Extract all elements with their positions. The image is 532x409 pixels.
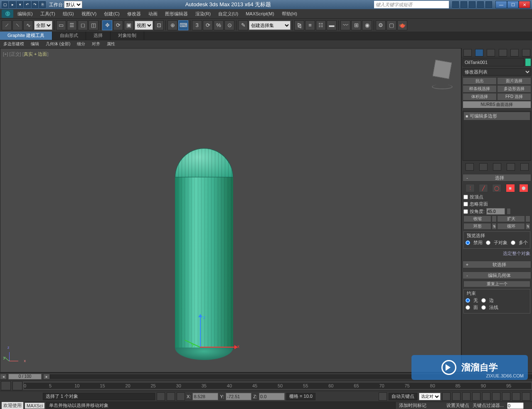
render-icon[interactable]: 🫖: [397, 20, 407, 30]
angle-input[interactable]: [486, 208, 505, 215]
stack-show-icon[interactable]: [479, 163, 488, 171]
mod-btn-polysel[interactable]: 多边形选择: [497, 85, 531, 93]
rad-disable[interactable]: [466, 240, 470, 245]
ribbon-sub-subdivision[interactable]: 细分: [74, 40, 89, 48]
menu-edit[interactable]: 编辑(E): [14, 10, 36, 18]
selset-dropdown[interactable]: 选定对: [419, 393, 441, 400]
nav-zoom-icon[interactable]: [492, 392, 500, 401]
utilities-tab-icon[interactable]: [522, 49, 530, 56]
qat-new-icon[interactable]: ▢: [2, 1, 8, 8]
subobj-vertex-icon[interactable]: ⋮: [466, 184, 475, 192]
workspace-dropdown[interactable]: 默认: [64, 1, 82, 8]
menu-customize[interactable]: 自定义(U): [215, 10, 241, 18]
refcoord-dropdown[interactable]: 视图: [135, 21, 153, 30]
rotate-icon[interactable]: ⟳: [113, 20, 123, 30]
modify-tab-icon[interactable]: [475, 49, 483, 56]
timeslider-next[interactable]: ▸: [43, 374, 50, 380]
ribbon-tab-freeform[interactable]: 自由形式: [52, 32, 86, 40]
rad-none[interactable]: [466, 298, 470, 303]
modifier-list-dropdown[interactable]: 修改器列表: [463, 68, 531, 76]
loop-spinner[interactable]: ⇅: [525, 223, 530, 230]
nav-zoomall-icon[interactable]: [502, 392, 510, 401]
coord-z-input[interactable]: [259, 393, 285, 400]
menu-help[interactable]: 帮助(H): [278, 10, 300, 18]
addtime-label[interactable]: 添加时间标记: [399, 402, 426, 409]
welcome-label[interactable]: 欢迎使用: [2, 402, 23, 409]
mod-btn-patchsel[interactable]: 面片选择: [497, 77, 531, 85]
subobj-element-icon[interactable]: ⬢: [519, 184, 528, 192]
menu-modifier[interactable]: 修改器: [124, 10, 144, 18]
trackbar-toggle-icon[interactable]: [1, 381, 11, 390]
ribbon-sub-geometry[interactable]: 几何体 (全部): [42, 40, 74, 48]
btn-grow[interactable]: 扩大: [497, 216, 525, 222]
mod-btn-volsel[interactable]: 体积选择: [463, 93, 497, 100]
coord-display-icon[interactable]: [177, 392, 185, 401]
autokey-label[interactable]: 自动关键点: [389, 393, 417, 400]
material-editor-icon[interactable]: ◉: [362, 20, 372, 30]
viewport-object-oiltank[interactable]: [175, 148, 233, 360]
viewcube-cube-icon[interactable]: [433, 60, 452, 79]
snap-percent-icon[interactable]: %: [214, 20, 224, 30]
menu-group[interactable]: 组(G): [59, 10, 77, 18]
mirror-icon[interactable]: ⧎: [294, 20, 304, 30]
hierarchy-tab-icon[interactable]: [487, 49, 495, 56]
mod-btn-nurbs[interactable]: NURBS 曲面选择: [463, 101, 531, 108]
nav-zoomext-icon[interactable]: [512, 392, 520, 401]
ring-spinner[interactable]: ⇅: [492, 223, 497, 230]
nav-fov-icon[interactable]: [522, 392, 530, 401]
btn-repeat[interactable]: 重复上一个: [463, 281, 530, 287]
ribbon-sub-polymodel[interactable]: 多边形建模: [0, 40, 27, 48]
play-end-icon[interactable]: [482, 392, 490, 401]
schematic-icon[interactable]: ⊞: [351, 20, 361, 30]
search-input[interactable]: 键入关键字或短语: [374, 1, 449, 8]
qat-open-icon[interactable]: ▸: [9, 1, 16, 8]
mod-btn-splinesel[interactable]: 样条线选择: [463, 85, 497, 93]
viewcube[interactable]: [430, 61, 455, 86]
maximize-button[interactable]: ☐: [507, 1, 519, 8]
ribbon-sub-properties[interactable]: 属性: [103, 40, 118, 48]
bind-icon[interactable]: ∿: [23, 20, 33, 30]
menu-create[interactable]: 创建(C): [101, 10, 123, 18]
viewport[interactable]: [+] [正交] [真实 + 边面] z x y z x y: [0, 48, 461, 372]
select-name-icon[interactable]: ☰: [67, 20, 77, 30]
btn-shrink[interactable]: 收缩: [463, 216, 491, 222]
namedset-edit-icon[interactable]: ✎: [238, 20, 248, 30]
motion-tab-icon[interactable]: [499, 49, 507, 56]
app-logo-icon[interactable]: Ⓢ: [2, 10, 13, 18]
snap-3d-icon[interactable]: 3: [192, 20, 202, 30]
keyboard-shortcut-icon[interactable]: ⌨: [178, 20, 188, 30]
rad-face[interactable]: [466, 305, 470, 310]
namedset-dropdown[interactable]: 创建选择集: [249, 21, 291, 30]
stack-pin-icon[interactable]: [466, 163, 474, 171]
stack-item-editpoly[interactable]: ■ 可编辑多边形: [464, 112, 530, 120]
menu-grapheditor[interactable]: 图形编辑器: [162, 10, 191, 18]
chk-byangle[interactable]: [463, 209, 468, 214]
trackbar-key-icon[interactable]: [12, 381, 22, 390]
rad-subobj[interactable]: [486, 240, 490, 245]
display-tab-icon[interactable]: [510, 49, 519, 56]
isolate-icon[interactable]: [167, 392, 175, 401]
maxscript-label[interactable]: MAXSci: [25, 403, 44, 409]
ribbon-tab-selection[interactable]: 选择: [86, 32, 111, 40]
stack-unique-icon[interactable]: [493, 163, 501, 171]
play-next-icon[interactable]: [472, 392, 480, 401]
rad-normal[interactable]: [481, 305, 486, 310]
close-button[interactable]: ✕: [519, 1, 530, 8]
ribbon-toggle-icon[interactable]: ▬: [327, 20, 337, 30]
ribbon-sub-align[interactable]: 对齐: [89, 40, 103, 48]
stack-remove-icon[interactable]: [507, 163, 515, 171]
snap-spinner-icon[interactable]: ⊙: [224, 20, 234, 30]
window-crossing-icon[interactable]: ◫: [89, 20, 99, 30]
menu-tools[interactable]: 工具(T): [37, 10, 59, 18]
scale-icon[interactable]: ▣: [124, 20, 134, 30]
object-color-swatch[interactable]: [525, 58, 531, 66]
viewport-label[interactable]: [+] [正交] [真实 + 边面]: [3, 51, 48, 57]
play-icon[interactable]: [462, 392, 470, 401]
help-icon[interactable]: [485, 1, 492, 8]
qat-redo-icon[interactable]: ↷: [32, 1, 38, 8]
render-frame-icon[interactable]: ▢: [387, 20, 397, 30]
coord-x-input[interactable]: [192, 393, 218, 400]
link-selectall[interactable]: 选定整个对象: [463, 250, 530, 257]
subobj-border-icon[interactable]: ◯: [492, 184, 501, 192]
coord-y-input[interactable]: [226, 393, 251, 400]
